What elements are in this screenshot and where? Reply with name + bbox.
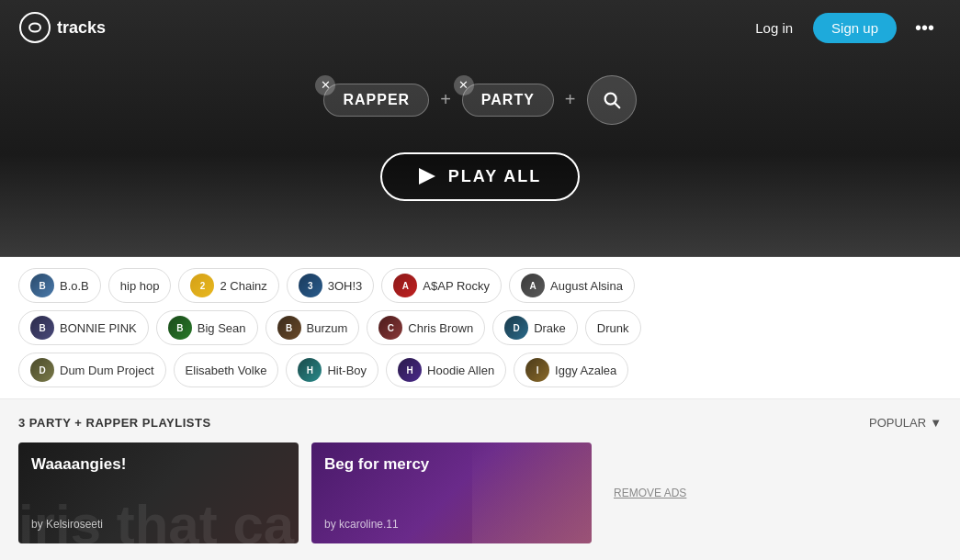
filter-tag-drake[interactable]: DDrake (492, 310, 578, 345)
filter-tag-dumdumproject[interactable]: DDum Dum Project (18, 353, 166, 387)
popular-arrow-icon: ▼ (930, 416, 942, 430)
filter-tag-label-elisabethvolke: Elisabeth Volke (186, 364, 267, 377)
filter-tag-elisabethvolke[interactable]: Elisabeth Volke (174, 353, 279, 387)
play-all-button[interactable]: PLAY ALL (380, 152, 580, 201)
card-title-2: Beg for mercy (324, 455, 579, 474)
filter-tag-label-chrisbrown: Chris Brown (408, 321, 473, 335)
filter-tag-label-drake: Drake (534, 321, 566, 335)
filter-tag-hitboy[interactable]: HHit-Boy (286, 353, 378, 387)
tags-row: ✕ RAPPER + ✕ PARTY + (323, 75, 636, 125)
filter-tag-bigsean[interactable]: BBig Sean (156, 310, 258, 345)
filter-tag-drunk[interactable]: Drunk (585, 310, 641, 345)
tag-rapper: ✕ RAPPER (323, 84, 429, 117)
tag-rapper-close[interactable]: ✕ (315, 75, 335, 95)
playlists-section: 3 PARTY + RAPPER PLAYLISTS POPULAR ▼ iri… (0, 399, 960, 560)
filter-tag-label-bonnie: BONNIE PINK (60, 321, 137, 335)
card-overlay-1: Waaaangies! by Kelsiroseeti (18, 442, 299, 543)
playlist-card-waaaangies[interactable]: iris that ca Waaaangies! by Kelsiroseeti (18, 442, 299, 543)
filter-tag-chrisbrown[interactable]: CChris Brown (367, 310, 485, 345)
plus-between-tags-1: + (440, 89, 451, 110)
playlists-count-title: 3 PARTY + RAPPER PLAYLISTS (18, 416, 211, 430)
remove-ads-button[interactable]: REMOVE ADS (604, 442, 695, 543)
playlists-header: 3 PARTY + RAPPER PLAYLISTS POPULAR ▼ (18, 416, 942, 430)
filter-tag-label-hoodieallen: Hoodie Allen (427, 364, 494, 377)
tag-party: ✕ PARTY (462, 84, 554, 117)
signup-button[interactable]: Sign up (813, 13, 897, 43)
avatar-dumdumproject: D (30, 358, 54, 382)
avatar-asap: A (393, 274, 417, 297)
svg-line-2 (615, 103, 619, 107)
popular-label: POPULAR (869, 416, 926, 430)
avatar-hitboy: H (298, 358, 322, 382)
filter-tag-label-iggyazalea: Iggy Azalea (555, 364, 616, 377)
popular-sort-button[interactable]: POPULAR ▼ (869, 416, 942, 430)
card-author-1: by Kelsiroseeti (31, 518, 286, 531)
filter-tag-august[interactable]: AAugust Alsina (509, 268, 635, 303)
play-icon (419, 168, 435, 185)
playlist-card-beg-for-mercy[interactable]: Beg for mercy by kcaroline.11 (311, 442, 592, 543)
filter-tag-label-hitboy: Hit-Boy (327, 364, 367, 377)
tag-party-label: PARTY (481, 92, 535, 108)
logo-text: tracks (57, 18, 106, 38)
tag-rapper-label: RAPPER (343, 92, 410, 108)
avatar-2chainz: 2 (190, 274, 214, 297)
play-all-label: PLAY ALL (448, 167, 541, 186)
avatar-iggyazalea: I (525, 358, 549, 382)
avatar-hoodieallen: H (398, 358, 422, 382)
filter-tag-2chainz[interactable]: 22 Chainz (178, 268, 278, 303)
search-tag-button[interactable] (587, 75, 637, 125)
logo-icon (18, 11, 51, 44)
filter-tag-iggyazalea[interactable]: IIggy Azalea (514, 353, 628, 387)
filter-tag-label-asap: A$AP Rocky (423, 279, 490, 293)
avatar-burzum: B (277, 316, 301, 340)
tag-party-close[interactable]: ✕ (454, 75, 474, 95)
card-author-2: by kcaroline.11 (324, 518, 579, 531)
remove-ads-label: REMOVE ADS (614, 487, 686, 499)
login-button[interactable]: Log in (746, 15, 802, 41)
avatar-august: A (521, 274, 545, 297)
filter-tag-label-drunk: Drunk (597, 321, 629, 335)
avatar-bonnie: B (30, 316, 54, 340)
header-right: Log in Sign up ••• (746, 13, 942, 43)
svg-point-0 (20, 13, 50, 42)
filter-tag-label-dumdumproject: Dum Dum Project (60, 364, 154, 377)
avatar-chrisbrown: C (378, 316, 402, 340)
playlist-cards: iris that ca Waaaangies! by Kelsiroseeti… (18, 442, 942, 543)
filter-tag-bob[interactable]: BB.o.B (18, 268, 101, 303)
filter-tag-label-2chainz: 2 Chainz (220, 279, 266, 293)
filter-tag-3oh3[interactable]: 33OH!3 (287, 268, 375, 303)
filter-tag-label-hiphop: hip hop (120, 279, 160, 293)
plus-before-search: + (565, 89, 576, 110)
header: tracks Log in Sign up ••• (0, 0, 960, 55)
card-overlay-2: Beg for mercy by kcaroline.11 (311, 442, 592, 543)
filter-tag-label-august: August Alsina (550, 279, 623, 293)
filter-tag-asap[interactable]: AA$AP Rocky (381, 268, 502, 303)
more-button[interactable]: ••• (908, 14, 942, 42)
avatar-bob: B (30, 274, 54, 297)
filter-tag-burzum[interactable]: BBurzum (265, 310, 360, 345)
avatar-3oh3: 3 (299, 274, 322, 297)
logo: tracks (18, 11, 106, 44)
filter-tag-label-bigsean: Big Sean (198, 321, 246, 335)
filter-tag-hiphop[interactable]: hip hop (108, 268, 172, 303)
filter-tag-label-bob: B.o.B (60, 279, 89, 293)
search-icon (602, 90, 622, 110)
avatar-bigsean: B (168, 316, 192, 340)
filter-tags-section: BB.o.Bhip hop22 Chainz33OH!3AA$AP RockyA… (0, 257, 960, 399)
filter-tag-hoodieallen[interactable]: HHoodie Allen (386, 353, 506, 387)
card-title-1: Waaaangies! (31, 455, 286, 474)
avatar-drake: D (504, 316, 528, 340)
filter-tag-label-3oh3: 3OH!3 (328, 279, 363, 293)
filter-tag-label-burzum: Burzum (307, 321, 348, 335)
filter-tag-bonnie[interactable]: BBONNIE PINK (18, 310, 149, 345)
